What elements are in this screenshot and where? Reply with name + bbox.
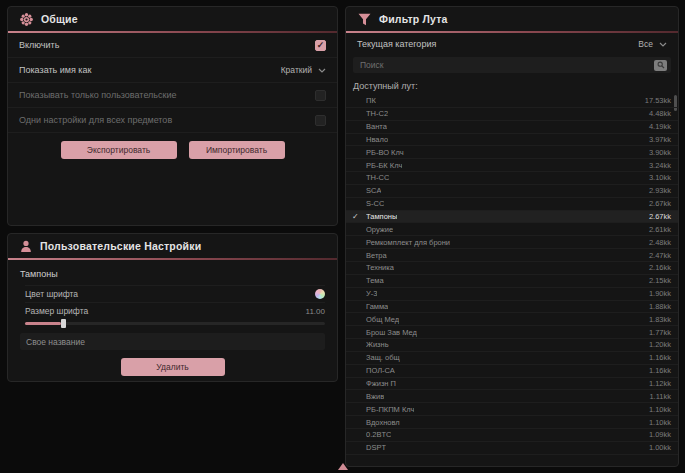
loot-list-item[interactable]: Жизнь1.20kk — [346, 339, 678, 352]
custom-name-input[interactable]: Свое название — [20, 333, 325, 350]
enable-checkbox[interactable]: ✓ — [315, 40, 326, 51]
loot-list-item[interactable]: Вдохновл1.10kk — [346, 416, 678, 429]
loot-item-value: 1.88kk — [649, 302, 671, 311]
loot-item-name: Тампоны — [366, 212, 397, 221]
loot-item-name: SCA — [366, 186, 381, 195]
only-custom-label: Показывать только пользовательские — [19, 90, 177, 100]
loot-list-item[interactable]: Ветра2.47kk — [346, 249, 678, 262]
only-custom-checkbox[interactable] — [315, 90, 326, 101]
name-display-select[interactable]: Краткий — [281, 65, 326, 75]
name-display-value: Краткий — [281, 65, 312, 75]
loot-list-item[interactable]: Вжив1.11kk — [346, 390, 678, 403]
custom-name-placeholder: Свое название — [26, 337, 85, 347]
slider-thumb[interactable] — [61, 319, 66, 328]
search-placeholder: Поиск — [360, 60, 384, 70]
loot-list-item[interactable]: РБ-ПКПМ Клч1.10kk — [346, 403, 678, 416]
font-color-row[interactable]: Цвет шрифта — [25, 285, 325, 302]
loot-list-item[interactable]: Техника2.16kk — [346, 262, 678, 275]
loot-item-value: 2.48kk — [649, 238, 671, 247]
loot-item-name: Общ Мед — [366, 315, 399, 324]
font-color-label: Цвет шрифта — [25, 289, 78, 299]
import-button[interactable]: Импортировать — [189, 141, 285, 159]
loot-list-item[interactable]: ПК17.53kk — [346, 95, 678, 108]
loot-item-value: 1.00kk — [649, 443, 671, 452]
loot-item-value: 1.12kk — [649, 379, 671, 388]
same-settings-label: Одни настройки для всех предметов — [19, 115, 172, 125]
search-input[interactable]: Поиск — [353, 57, 671, 73]
loot-item-value: 1.77kk — [649, 328, 671, 337]
resize-handle[interactable] — [338, 463, 348, 470]
loot-item-name: Тема — [366, 276, 384, 285]
loot-item-value: 1.09kk — [649, 430, 671, 439]
loot-item-value: 2.93kk — [649, 186, 671, 195]
loot-list-item[interactable]: S-CC2.67kk — [346, 198, 678, 211]
loot-item-name: S-CC — [366, 199, 384, 208]
custom-panel-header: Пользовательские Настройки — [8, 234, 337, 258]
loot-list-item[interactable]: Гамма1.88kk — [346, 301, 678, 314]
loot-list-item[interactable]: SCA2.93kk — [346, 185, 678, 198]
font-size-label: Размер шрифта — [25, 306, 88, 316]
loot-list-item[interactable]: Оружие2.61kk — [346, 223, 678, 236]
loot-list-item[interactable]: ПОЛ-СА1.16kk — [346, 365, 678, 378]
loot-item-name: Оружие — [366, 225, 393, 234]
font-size-row: Размер шрифта 11.00 — [25, 302, 325, 319]
color-wheel-icon[interactable] — [315, 289, 325, 299]
person-icon — [20, 240, 32, 253]
loot-item-name: DSPT — [366, 443, 386, 452]
loot-item-value: 2.16kk — [649, 263, 671, 272]
loot-item-value: 4.19kk — [649, 122, 671, 131]
loot-item-value: 2.67kk — [649, 199, 671, 208]
loot-list-item[interactable]: Ванта4.19kk — [346, 121, 678, 134]
loot-item-value: 3.97kk — [649, 135, 671, 144]
loot-item-value: 1.90kk — [649, 289, 671, 298]
loot-item-name: Гамма — [366, 302, 388, 311]
loot-item-name: ТН-С2 — [366, 109, 388, 118]
loot-item-name: Фжизн П — [366, 379, 396, 388]
loot-item-value: 1.16kk — [649, 353, 671, 362]
loot-list-item[interactable]: Брош Зав Мед1.77kk — [346, 326, 678, 339]
category-select[interactable]: Все — [638, 39, 667, 49]
font-size-value: 11.00 — [306, 307, 325, 316]
loot-item-name: Вдохновл — [366, 418, 400, 427]
loot-list-item[interactable]: РБ-БК Клч3.24kk — [346, 159, 678, 172]
loot-list-item[interactable]: РБ-ВО Клч3.90kk — [346, 146, 678, 159]
loot-list-item[interactable]: Фжизн П1.12kk — [346, 378, 678, 391]
loot-item-value: 2.47kk — [649, 251, 671, 260]
loot-list-item[interactable]: ТН-С24.48kk — [346, 108, 678, 121]
loot-item-name: 0.2BTC — [366, 430, 391, 439]
export-button[interactable]: Экспортировать — [61, 141, 177, 159]
loot-item-name: Нвало — [366, 135, 388, 144]
loot-list-item[interactable]: 0.2BTC1.09kk — [346, 429, 678, 442]
check-icon: ✓ — [352, 212, 359, 221]
loot-list-item[interactable]: У-31.90kk — [346, 288, 678, 301]
slider-fill — [25, 322, 61, 325]
loot-item-name: ПОЛ-СА — [366, 366, 395, 375]
loot-item-value: 1.10kk — [649, 418, 671, 427]
loot-item-name: РБ-БК Клч — [366, 161, 402, 170]
loot-list-item[interactable]: Общ Мед1.83kk — [346, 313, 678, 326]
loot-item-value: 1.10kk — [649, 405, 671, 414]
loot-list-item[interactable]: ТН-СС3.10kk — [346, 172, 678, 185]
loot-list-item[interactable]: Тема2.15kk — [346, 275, 678, 288]
font-size-slider[interactable] — [25, 322, 325, 325]
same-settings-row: Одни настройки для всех предметов — [8, 108, 337, 133]
loot-list-item[interactable]: ✓Тампоны2.67kk — [346, 211, 678, 224]
loot-item-name: Ванта — [366, 122, 387, 131]
loot-list-item[interactable]: DSPT1.00kk — [346, 442, 678, 455]
same-settings-checkbox[interactable] — [315, 115, 326, 126]
custom-settings-panel: Пользовательские Настройки Тампоны Цвет … — [7, 233, 338, 382]
loot-list-item[interactable]: Защ. общ1.16kk — [346, 352, 678, 365]
delete-button[interactable]: Удалить — [121, 358, 225, 376]
chevron-down-icon — [659, 42, 667, 47]
magnifier-icon[interactable] — [654, 60, 667, 71]
only-custom-row: Показывать только пользовательские — [8, 83, 337, 108]
loot-item-name: Жизнь — [366, 340, 389, 349]
loot-item-name: Брош Зав Мед — [366, 328, 417, 337]
loot-list-item[interactable]: Ремкомплект для брони2.48kk — [346, 236, 678, 249]
loot-item-value: 1.11kk — [649, 392, 671, 401]
loot-item-value: 3.10kk — [649, 173, 671, 182]
general-panel-title: Общие — [41, 13, 78, 25]
loot-item-name: Вжив — [366, 392, 384, 401]
custom-panel-title: Пользовательские Настройки — [40, 240, 201, 252]
loot-list-item[interactable]: Нвало3.97kk — [346, 134, 678, 147]
